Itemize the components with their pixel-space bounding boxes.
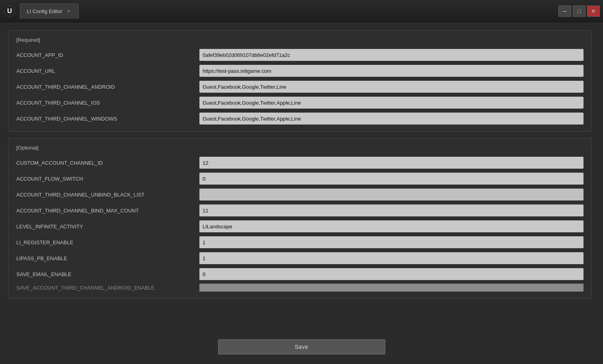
- title-bar-controls: ─ □ ✕: [558, 6, 600, 17]
- label-unbind-black-list: ACCOUNT_THIRD_CHANNEL_UNBIND_BLACK_LIST: [16, 192, 199, 198]
- form-row-unbind-black-list: ACCOUNT_THIRD_CHANNEL_UNBIND_BLACK_LIST: [16, 188, 583, 201]
- label-custom-channel-id: CUSTOM_ACCOUNT_CHANNEL_ID: [16, 160, 199, 166]
- label-third-channel-android: ACCOUNT_THIRD_CHANNEL_ANDROID: [16, 84, 199, 90]
- input-account-url[interactable]: [199, 65, 583, 77]
- label-save-email-enable: SAVE_EMAIL_ENABLE: [16, 271, 199, 277]
- form-row-save-account-android-partial: SAVE_ACCOUNT_THIRD_CHANNEL_ANDROID_ENABL…: [16, 284, 583, 292]
- label-save-account-android: SAVE_ACCOUNT_THIRD_CHANNEL_ANDROID_ENABL…: [16, 285, 199, 291]
- input-unbind-black-list[interactable]: [199, 189, 583, 200]
- label-bind-max-count: ACCOUNT_THIRD_CHANNEL_BIND_MAX_COUNT: [16, 208, 199, 214]
- tab-close-button[interactable]: ×: [66, 8, 72, 14]
- required-section-title: [Required]: [16, 37, 583, 43]
- optional-section: [Optional] CUSTOM_ACCOUNT_CHANNEL_ID ACC…: [8, 138, 592, 298]
- svg-text:U: U: [7, 7, 12, 15]
- input-account-flow-switch[interactable]: [199, 173, 583, 185]
- input-account-app-id[interactable]: [199, 49, 583, 61]
- label-level-infinite-activity: LEVEL_INFINITE_ACTIVITY: [16, 224, 199, 230]
- input-custom-channel-id[interactable]: [199, 157, 583, 169]
- label-lipass-pb-enable: LIPASS_PB_ENABLE: [16, 255, 199, 261]
- label-account-flow-switch: ACCOUNT_FLOW_SWITCH: [16, 176, 199, 182]
- scrollable-content[interactable]: [Required] ACCOUNT_APP_ID ACCOUNT_URL AC…: [8, 30, 595, 333]
- bottom-bar: Save: [8, 333, 595, 356]
- form-row-app-id: ACCOUNT_APP_ID: [16, 49, 583, 61]
- input-save-account-android[interactable]: [199, 284, 583, 292]
- title-bar-left: U LI Config Editor ×: [3, 4, 79, 19]
- editor-tab[interactable]: LI Config Editor ×: [20, 4, 79, 19]
- label-third-channel-windows: ACCOUNT_THIRD_CHANNEL_WINDOWS: [16, 116, 199, 122]
- optional-section-title: [Optional]: [16, 145, 583, 151]
- input-third-channel-android[interactable]: [199, 81, 583, 93]
- label-account-app-id: ACCOUNT_APP_ID: [16, 52, 199, 58]
- form-row-bind-max-count: ACCOUNT_THIRD_CHANNEL_BIND_MAX_COUNT: [16, 204, 583, 217]
- restore-button[interactable]: □: [573, 6, 585, 17]
- label-li-register-enable: LI_REGISTER_ENABLE: [16, 239, 199, 245]
- minimize-button[interactable]: ─: [558, 6, 571, 17]
- input-third-channel-windows[interactable]: [199, 113, 583, 125]
- form-row-register-enable: LI_REGISTER_ENABLE: [16, 236, 583, 249]
- save-button[interactable]: Save: [218, 339, 385, 354]
- label-account-url: ACCOUNT_URL: [16, 68, 199, 74]
- form-row-lipass-pb-enable: LIPASS_PB_ENABLE: [16, 252, 583, 265]
- form-row-windows: ACCOUNT_THIRD_CHANNEL_WINDOWS: [16, 112, 583, 125]
- tab-bar: LI Config Editor ×: [20, 4, 79, 19]
- input-save-email-enable[interactable]: [199, 268, 583, 280]
- input-lipass-pb-enable[interactable]: [199, 252, 583, 264]
- form-row-level-infinite: LEVEL_INFINITE_ACTIVITY: [16, 220, 583, 233]
- input-level-infinite-activity[interactable]: [199, 220, 583, 232]
- ue-logo: U: [3, 5, 16, 18]
- main-area: [Required] ACCOUNT_APP_ID ACCOUNT_URL AC…: [0, 22, 603, 364]
- label-third-channel-ios: ACCOUNT_THIRD_CHANNEL_IOS: [16, 100, 199, 106]
- close-button[interactable]: ✕: [587, 6, 600, 17]
- input-bind-max-count[interactable]: [199, 204, 583, 216]
- tab-label: LI Config Editor: [27, 8, 62, 14]
- title-bar: U LI Config Editor × ─ □ ✕: [0, 0, 603, 22]
- input-li-register-enable[interactable]: [199, 236, 583, 248]
- input-third-channel-ios[interactable]: [199, 97, 583, 109]
- required-section: [Required] ACCOUNT_APP_ID ACCOUNT_URL AC…: [8, 30, 592, 132]
- form-row-android: ACCOUNT_THIRD_CHANNEL_ANDROID: [16, 80, 583, 93]
- form-row-flow-switch: ACCOUNT_FLOW_SWITCH: [16, 172, 583, 185]
- form-row-save-email: SAVE_EMAIL_ENABLE: [16, 268, 583, 280]
- form-row-url: ACCOUNT_URL: [16, 64, 583, 77]
- form-row-custom-channel-id: CUSTOM_ACCOUNT_CHANNEL_ID: [16, 156, 583, 169]
- form-row-ios: ACCOUNT_THIRD_CHANNEL_IOS: [16, 96, 583, 109]
